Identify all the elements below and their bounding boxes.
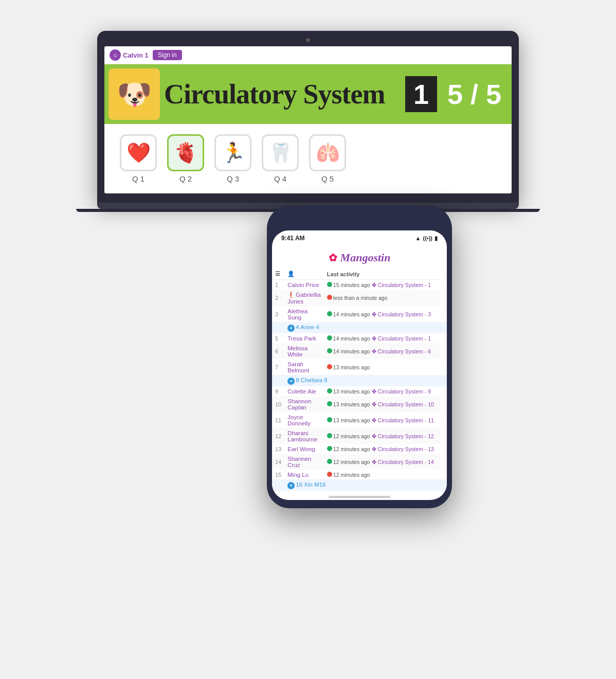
question-item-1[interactable]: ❤️ Q 1: [120, 134, 157, 183]
question-icon-5: 🫁: [309, 134, 346, 171]
status-red-icon: [327, 295, 332, 300]
student-name-cell: Alethea Sung: [284, 306, 324, 322]
laptop-screen: ☺ Calvin 1 Sign in 🐶 Circulatory System …: [104, 46, 512, 193]
student-name[interactable]: Joyce Donnelly: [287, 414, 311, 426]
activity-link[interactable]: ✤ Circulatory System - 3: [372, 311, 431, 317]
student-name[interactable]: Alethea Sung: [287, 308, 307, 320]
activity-time: 13 minutes ago: [327, 401, 370, 407]
student-name[interactable]: ●4 Anne 4: [284, 322, 440, 333]
signal-icon: ((•)): [423, 235, 432, 241]
student-name[interactable]: Colette Ale: [287, 388, 316, 395]
question-item-3[interactable]: 🏃 Q 3: [214, 134, 251, 183]
user-badge: ☺ Calvin 1: [110, 49, 149, 61]
student-name[interactable]: Dharani Lambourne: [287, 430, 317, 442]
activity-cell: less than a minute ago: [324, 290, 441, 306]
question-label-2: Q 2: [179, 174, 192, 183]
student-name[interactable]: Calvin Price: [287, 282, 319, 288]
question-label-5: Q 5: [321, 174, 334, 183]
laptop-base: [104, 193, 512, 203]
col-num: ☰: [272, 269, 284, 280]
student-name-cell: Shannon Caplan: [284, 396, 324, 412]
activity-link[interactable]: ✤ Circulatory System - 10: [372, 401, 434, 407]
status-green-icon: [327, 417, 332, 422]
table-row: 15 Ming Lu 12 minutes ago: [272, 470, 447, 479]
status-green-icon: [327, 446, 332, 451]
student-name-cell: Earl Wong: [284, 444, 324, 454]
activity-time: 13 minutes ago: [327, 364, 370, 370]
activity-cell: 13 minutes ago ✤ Circulatory System - 10: [324, 396, 441, 412]
student-name-cell: Melissa White: [284, 343, 324, 359]
laptop-topbar: ☺ Calvin 1 Sign in: [104, 46, 512, 64]
student-name-cell: Ming Lu: [284, 470, 324, 479]
activity-time: 14 minutes ago: [327, 348, 370, 354]
status-red-icon: [327, 472, 332, 477]
activity-cell: [441, 479, 447, 491]
activity-link[interactable]: ✤ Circulatory System - 9: [372, 388, 431, 395]
student-name[interactable]: Melissa White: [287, 345, 307, 358]
activity-link[interactable]: ✤ Circulatory System - 12: [372, 433, 434, 439]
row-num: 5: [272, 333, 284, 343]
laptop-header: 🐶 Circulatory System 1 5 / 5: [104, 64, 512, 124]
student-name-cell: Dharani Lambourne: [284, 428, 324, 444]
table-row: 3 Alethea Sung 14 minutes ago ✤ Circulat…: [272, 306, 447, 322]
table-row: 6 Melissa White 14 minutes ago ✤ Circula…: [272, 343, 447, 359]
col-activity: Last activity: [324, 269, 441, 280]
activity-link[interactable]: ✤ Circulatory System - 13: [372, 446, 434, 452]
activity-cell: 12 minutes ago ✤ Circulatory System - 13: [324, 444, 441, 454]
activity-link[interactable]: ✤ Circulatory System - 11: [372, 417, 434, 423]
activity-cell: 14 minutes ago ✤ Circulatory System - 6: [324, 343, 441, 359]
student-name[interactable]: ●8 Chelsea 8: [284, 375, 440, 386]
student-name-cell: Calvin Price: [284, 280, 324, 290]
phone-logo: ✿ Mangostin: [272, 244, 447, 269]
student-name[interactable]: Sarah Belmont: [287, 361, 309, 373]
row-num: [272, 375, 284, 386]
activity-link[interactable]: ✤ Circulatory System - 1: [372, 335, 431, 342]
status-green-icon: [327, 433, 332, 438]
logo-flower-icon: ✿: [329, 252, 337, 264]
row-num: 13: [272, 444, 284, 454]
laptop-camera: [306, 38, 310, 42]
activity-link[interactable]: ✤ Circulatory System - 6: [372, 348, 431, 354]
user-name: Calvin 1: [123, 51, 149, 59]
question-icon-4: 🦷: [262, 134, 299, 171]
activity-cell: 12 minutes ago: [324, 470, 441, 479]
student-name-cell: Shannen Cruz: [284, 454, 324, 470]
student-name-cell: Tresa Park: [284, 333, 324, 343]
table-row: 9 Colette Ale 13 minutes ago ✤ Circulato…: [272, 386, 447, 396]
row-num: 15: [272, 470, 284, 479]
question-item-5[interactable]: 🫁 Q 5: [309, 134, 346, 183]
row-num: 11: [272, 412, 284, 428]
question-icon-1: ❤️: [120, 134, 157, 171]
student-name[interactable]: Ming Lu: [287, 472, 309, 478]
questions-row: ❤️ Q 1 🫀 Q 2 🏃 Q 3 🦷 Q 4: [104, 124, 512, 193]
row-num: 2: [272, 290, 284, 306]
table-row: 13 Earl Wong 12 minutes ago ✤ Circulator…: [272, 444, 447, 454]
sign-in-button[interactable]: Sign in: [153, 50, 182, 60]
question-item-4[interactable]: 🦷 Q 4: [262, 134, 299, 183]
activity-link[interactable]: ✤ Circulatory System - 14: [372, 459, 434, 465]
group-badge-icon: ●: [287, 325, 295, 332]
status-green-icon: [327, 401, 332, 406]
row-num: 1: [272, 280, 284, 290]
student-name[interactable]: Shannon Caplan: [287, 398, 311, 410]
phone-outer: 9:41 AM ▲ ((•)) ▮ ✿ Mangostin: [267, 206, 452, 508]
student-name[interactable]: Shannen Cruz: [287, 456, 311, 468]
student-name[interactable]: Earl Wong: [287, 446, 315, 452]
activity-cell: [441, 375, 447, 386]
table-row: 7 Sarah Belmont 13 minutes ago: [272, 359, 447, 375]
group-badge-icon: ●: [287, 378, 295, 385]
question-item-2[interactable]: 🫀 Q 2: [167, 134, 204, 183]
status-green-icon: [327, 348, 332, 353]
table-row: ●8 Chelsea 8: [272, 375, 447, 386]
student-name[interactable]: Tresa Park: [287, 335, 316, 342]
activity-time: 13 minutes ago: [327, 388, 370, 395]
phone: 9:41 AM ▲ ((•)) ▮ ✿ Mangostin: [267, 206, 452, 508]
activity-link[interactable]: ✤ Circulatory System - 1: [372, 282, 431, 288]
student-name[interactable]: ●16 Xin M16: [284, 479, 440, 491]
header-title: Circulatory System: [164, 78, 405, 110]
activity-cell: [441, 322, 447, 333]
question-label-1: Q 1: [132, 174, 144, 183]
app-name: Mangostin: [340, 251, 391, 264]
activity-cell: 14 minutes ago ✤ Circulatory System - 1: [324, 333, 441, 343]
phone-time: 9:41 AM: [281, 235, 305, 242]
